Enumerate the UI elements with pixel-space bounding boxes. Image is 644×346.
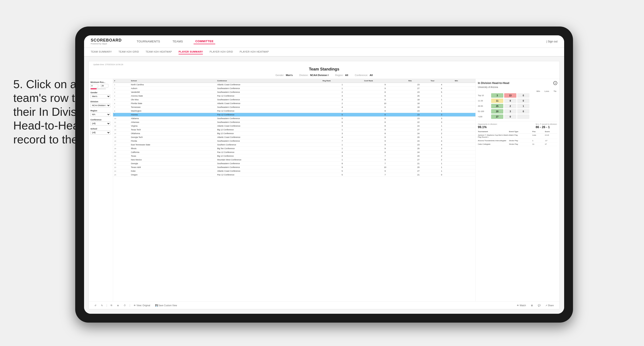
cell-win: [454, 124, 476, 128]
tour-score: 2-3-0: [545, 134, 557, 138]
cell-conference: Southeastern Conference: [216, 87, 322, 90]
subnav-player-h2h-grid[interactable]: PLAYER H2H GRID: [210, 49, 233, 54]
nav-teams[interactable]: TEAMS: [171, 39, 185, 44]
table-row[interactable]: 2 Auburn Southeastern Conference 1 9 27 …: [113, 87, 476, 90]
nav-committee[interactable]: COMMITTEE: [194, 39, 216, 44]
division-label: Division: [90, 101, 111, 103]
table-row[interactable]: 6 Florida State Atlantic Coast Conferenc…: [113, 102, 476, 105]
table-row[interactable]: 4 Arizona State Pac-12 Conference 3 6 26…: [113, 94, 476, 98]
cell-conference: Southeastern Conference: [216, 98, 322, 102]
filters-row: Gender: Men's Division: NCAA Division I …: [93, 73, 555, 77]
table-row[interactable]: 7 Tennessee Southeastern Conference 4 6 …: [113, 105, 476, 109]
table-row[interactable]: 13 Texas Tech Big 12 Conference 1 9 27 2: [113, 128, 476, 132]
table-row[interactable]: 22 Georgia Southeastern Conference 8 7 2…: [113, 162, 476, 166]
school-select[interactable]: (All): [90, 131, 110, 135]
tour-col-tournament: Tournament: [478, 131, 509, 133]
cell-school: Ole Miss: [130, 98, 216, 102]
table-row[interactable]: 1 North Carolina Atlantic Coast Conferen…: [113, 83, 476, 87]
undo-button[interactable]: ↺: [93, 304, 98, 307]
table-row[interactable]: 23 Texas A&M Southeastern Conference 9 1…: [113, 166, 476, 169]
table-row[interactable]: 5 Ole Miss Southeastern Conference 3 6 1…: [113, 98, 476, 102]
cell-win: [454, 109, 476, 113]
ipad-frame: SCOREBOARD Powered by clippd TOURNAMENTS…: [75, 26, 573, 323]
table-row[interactable]: 17 East Tennessee State Southern Confere…: [113, 143, 476, 147]
subnav-team-summary[interactable]: TEAM SUMMARY: [91, 49, 112, 54]
save-custom-button[interactable]: 💾 Save Custom View: [154, 304, 178, 307]
region-select[interactable]: N/A: [90, 112, 110, 116]
col-win: Win: [454, 79, 476, 83]
table-row[interactable]: 12 Virginia Atlantic Coast Conference 3 …: [113, 124, 476, 128]
cell-win: [454, 98, 476, 102]
nav-tournaments[interactable]: TOURNAMENTS: [135, 39, 162, 44]
cell-tour: 4: [430, 143, 454, 147]
cell-school: Arkansas: [130, 120, 216, 124]
gender-select[interactable]: Men's Women's: [90, 94, 110, 98]
col-conference: Conference: [216, 79, 322, 83]
table-row[interactable]: 24 Duke Atlantic Coast Conference 5 9 27…: [113, 169, 476, 173]
cell-reg-rank: 3: [322, 98, 363, 102]
table-row[interactable]: 25 Oregon Pac-12 Conference 5 7 21 0: [113, 173, 476, 177]
table-row[interactable]: 21 New Mexico Mountain West Conference 1…: [113, 158, 476, 162]
school-section: School (All): [90, 128, 111, 135]
h2h-col-headers: Win Loss Tie: [478, 90, 557, 92]
cell-conf-rank: 9: [363, 143, 407, 147]
subnav-player-h2h-heatmap[interactable]: PLAYER H2H HEATMAP: [240, 49, 269, 54]
h2h-loss-cell: 3: [504, 109, 516, 114]
subnav-player-summary[interactable]: PLAYER SUMMARY: [178, 49, 203, 54]
table-row[interactable]: 15 Georgia Tech Atlantic Coast Conferenc…: [113, 136, 476, 139]
copy-button[interactable]: ⧉: [109, 303, 114, 307]
redo-button[interactable]: ↻: [100, 304, 104, 307]
cell-win: [454, 102, 476, 105]
filters-sidebar: Minimum Rou... -: [89, 79, 113, 301]
table-row[interactable]: 3 Vanderbilt Southeastern Conference 2 8…: [113, 90, 476, 94]
cell-tour: 5: [430, 90, 454, 94]
table-row[interactable]: 11 Arkansas Southeastern Conference 6 8 …: [113, 120, 476, 124]
watch-button[interactable]: 👁 Watch: [516, 304, 527, 307]
cell-win: [454, 87, 476, 90]
cell-reg-rank: 3: [322, 94, 363, 98]
tournament-row[interactable]: Arizona Thunderbirds Intercollegiate Str…: [478, 139, 557, 143]
table-row[interactable]: 16 Florida Southeastern Conference 7 9 2…: [113, 139, 476, 143]
max-rounds-input[interactable]: [101, 84, 108, 87]
col-rds: Rds: [407, 79, 430, 83]
view-original-button[interactable]: 👁 View: Original: [132, 304, 152, 307]
cell-school: Duke: [130, 169, 216, 173]
division-select[interactable]: NCAA Division I: [90, 103, 110, 107]
rounds-slider[interactable]: [90, 88, 106, 89]
region-label: Region: [90, 110, 111, 112]
subnav-team-h2h-heatmap[interactable]: TEAM H2H HEATMAP: [146, 49, 172, 54]
h2h-tie-cell: 0: [517, 99, 530, 103]
table-row[interactable]: 8 Washington Pac-12 Conference 2 8 23 1: [113, 109, 476, 113]
cell-win: [454, 162, 476, 166]
table-row[interactable]: 19 California Pac-12 Conference 4 8 24 2: [113, 151, 476, 154]
table-row[interactable]: 20 Texas Big 12 Conference 3 7 20 2: [113, 154, 476, 158]
share-button[interactable]: ↗ Share: [544, 304, 555, 307]
cell-conference: Atlantic Coast Conference: [216, 169, 322, 173]
cell-school: Virginia: [130, 124, 216, 128]
subnav-team-h2h-grid[interactable]: TEAM H2H GRID: [118, 49, 139, 54]
table-row[interactable]: 10 Alabama Southeastern Conference 5 8 2…: [113, 117, 476, 120]
table-row[interactable]: 9 Arizona Pac-12 Conference 5 8 23 3: [113, 113, 476, 117]
screen-button[interactable]: 🖥: [530, 304, 534, 307]
tournament-row[interactable]: Cabo Collegiate Stroke Play 11 17: [478, 143, 557, 146]
conference-select[interactable]: (All): [90, 122, 110, 126]
cell-tour: 2: [430, 154, 454, 158]
cell-conf-rank: 9: [363, 83, 407, 87]
table-row[interactable]: 14 Oklahoma Big 12 Conference 3 8 24 2: [113, 132, 476, 136]
sign-out[interactable]: | Sign out: [546, 40, 558, 43]
conference-section: Conference (All): [90, 119, 111, 126]
h2h-row-label: 51-100: [478, 110, 491, 112]
col-reg-rank: Reg Rank: [322, 79, 363, 83]
h2h-loss-cell: 0: [504, 114, 516, 119]
cell-conf-rank: 9: [363, 128, 407, 132]
h2h-win-cell: 27: [491, 114, 503, 119]
table-row[interactable]: 18 Illinois Big Ten Conference 1 9 25 3: [113, 147, 476, 151]
min-rounds-input[interactable]: [90, 84, 98, 87]
timer-button[interactable]: ⏱: [122, 304, 127, 307]
h2h-tie-cell: [517, 114, 530, 119]
chat-button[interactable]: 💬: [536, 304, 542, 307]
tournament-row[interactable]: Jackson T. Stephens Cup Men's Match-Play…: [478, 134, 557, 139]
table-header-row: # School Conference Reg Rank Conf Rank R…: [113, 79, 476, 83]
paste-button[interactable]: ⊕: [116, 304, 120, 307]
h2h-close-button[interactable]: ×: [553, 81, 557, 85]
